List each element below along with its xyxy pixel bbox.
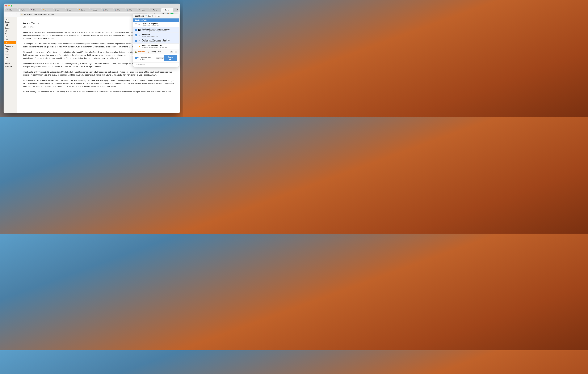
forward-button[interactable]: → [10,12,14,16]
sidebar-item-faqs[interactable]: FAQs [4,47,17,50]
tab-close-icon[interactable]: × [14,9,16,11]
shortcut-action-key: X [161,57,164,59]
tab-item-title: Amazon.ca Shopping Cart [142,45,177,46]
sidebar-item-hp[interactable]: H&P [4,23,17,26]
tab-favicon: 🤖 [127,9,128,11]
back-button[interactable]: ← [5,12,9,16]
destination-space-label: Personal [138,51,145,52]
destination-dropdown-arrow[interactable]: ▾ [160,51,161,52]
sidebar-item-bio[interactable]: Bio [4,59,17,62]
sidebar-item-spam[interactable]: Spam [4,42,16,44]
tab-ali[interactable]: A Alie... × [149,8,161,11]
tab-favicon: 🗄 [67,9,69,11]
title-bar: ✉ Inbo... × 📄 Parti... × # Slac... × ★ m… [4,4,180,11]
popup-header-left: Dashboard 🔍 Search ❓ Help [135,15,160,17]
tab-label: my... [45,9,49,11]
sidebar-item-yc[interactable]: YC [4,30,17,32]
address-bar[interactable]: ⚠ Not Secure | paulgraham.com/alien.html [20,13,147,16]
tab-close-icon[interactable]: × [170,9,172,11]
tab-close-icon[interactable]: × [74,9,76,11]
tab-slack[interactable]: # Slac... × [30,8,41,11]
tab-reddit2[interactable]: 🤖 (1)... × [113,8,125,11]
tab-close-icon[interactable]: × [26,9,28,11]
list-item[interactable]: ✓ T The Morning: Unnecessary Covid d... … [133,38,179,44]
tab-item-url: messaging-custom-newsletters.nytimes.c..… [142,41,177,42]
sidebar-item-arc[interactable]: Arc [4,32,17,35]
popup-help-button[interactable]: ❓ Help [154,15,160,17]
tab-sql1[interactable]: 🗄 sql... × [53,8,65,11]
popup-close-button[interactable]: × [176,15,177,17]
tab-favicon: 🗄 [55,9,57,11]
tab-close-icon[interactable]: × [86,9,88,11]
tab-reddit3[interactable]: 🤖 (1)... × [125,8,137,11]
tab-checkbox-webdev[interactable] [135,23,137,25]
sidebar-item-mastodon[interactable]: Mastodon [4,65,17,68]
tab-parti[interactable]: 📄 Parti... × [17,8,29,11]
tab-web[interactable]: G web... × [89,8,101,11]
tab-checkbox-amazon[interactable] [135,45,137,47]
list-item[interactable]: 🤖 (1) Web Development reddit.com/r/webde… [133,22,179,27]
traffic-lights [5,5,178,7]
tab-close-icon[interactable]: × [50,9,52,11]
tab-label: Alie... [153,9,157,11]
tab-item-title: The Morning: Unnecessary Covid d... [142,39,177,41]
tab-sql2[interactable]: 🗄 sql... × [65,8,77,11]
minimize-window-button[interactable] [8,5,10,7]
sidebar-item-essays[interactable]: Essays [4,21,17,23]
tab-checkbox-alientruth[interactable]: ✓ [135,34,137,36]
close-shortcut: SHIFT X [156,57,164,59]
tab-close-icon[interactable]: × [122,9,124,11]
selected-tabs-label: 4 Selected Tabs [135,19,147,21]
tab-close-icon[interactable]: × [98,9,100,11]
sidebar-item-rss[interactable]: RSS [4,56,17,59]
tab-favicon: 🤖 [103,9,105,11]
sidebar-item-lisp[interactable]: Lisp [4,38,17,41]
tab-label: sql... [69,9,73,11]
tab-inbox[interactable]: ✉ Inbo... × [5,8,17,11]
tab-label: Slac... [33,9,37,11]
tab-favicon-alientruth: T [138,34,140,37]
close-tabs-toggle-switch[interactable] [135,57,139,59]
reload-button[interactable]: ↻ [15,12,18,16]
tab-favicon: H [139,9,140,11]
sidebar-item-twitter[interactable]: Twitter [4,62,17,65]
close-window-button[interactable] [5,5,7,7]
tab-close-icon[interactable]: × [110,9,112,11]
list-item[interactable]: ✓ T Alien Truth paulgraham.com/alien.htm… [133,33,179,38]
tabs-bar: ✉ Inbo... × 📄 Parti... × # Slac... × ★ m… [5,8,178,11]
tab-the[interactable]: T The... × [161,8,173,11]
tab-close-icon[interactable]: × [134,9,136,11]
tab-close-icon[interactable]: × [38,9,40,11]
sidebar-item-quotes[interactable]: Quotes [4,53,17,56]
tab-close-icon[interactable]: × [62,9,64,11]
tab-favicon-herding: N [138,29,140,31]
keyboard-shortcut-modifier: ⌘ [170,51,173,53]
tab-favicon: ★ [79,9,81,11]
tab-checkbox-morning[interactable]: ✓ [135,40,137,42]
tab-item-content-alientruth: Alien Truth paulgraham.com/alien.html [142,34,177,37]
tab-checkbox-herding[interactable]: ✓ [135,29,137,31]
tab-my[interactable]: ★ my... × [42,8,53,11]
tab-close-icon[interactable]: × [146,9,147,11]
popup-search-button[interactable]: 🔍 Search [145,15,153,17]
sidebar-item-raqs[interactable]: RAQs [4,50,17,53]
sidebar-item-home[interactable]: Home [4,18,17,21]
security-warning-icon: ⚠ [21,13,23,15]
tab-item-content-webdev: (1) Web Development reddit.com/r/webdeve… [142,23,177,26]
list-item[interactable]: ✓ N Herding elephants: Lessons learne...… [133,27,179,33]
tab-amz[interactable]: a Amz... × [173,8,178,11]
list-item[interactable]: a Amazon.ca Shopping Cart amazon.ca/gp/c… [133,44,179,49]
sidebar-item-bel[interactable]: Bel [4,35,17,38]
other-actions-input[interactable] [135,63,177,66]
sidebar-item-books[interactable]: Books [4,26,17,30]
save-button[interactable]: Save 4 tabs [164,55,177,61]
tab-sta[interactable]: ★ Sta... × [77,8,89,11]
tab-label: (1)... [129,9,133,11]
tab-item-url: notion.so/blog/sharding-postgres-at-noti… [142,30,177,31]
tab-close-icon[interactable]: × [158,9,159,11]
tab-label: Sta... [81,9,85,11]
tab-reddit1[interactable]: 🤖 (1)... × [101,8,113,11]
sidebar-item-responses[interactable]: Responses [4,44,17,47]
maximize-window-button[interactable] [11,5,12,7]
tab-her[interactable]: H Her... × [137,8,149,11]
